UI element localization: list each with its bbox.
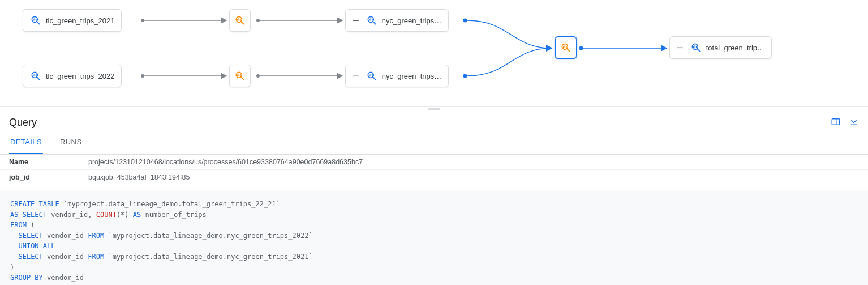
kv-val: projects/123101210468/locations/us/proce… bbox=[79, 155, 868, 170]
bigquery-process-icon bbox=[234, 15, 246, 26]
svg-line-33 bbox=[241, 77, 244, 80]
panel-tabs: DETAILS RUNS bbox=[0, 131, 868, 155]
kv-key: job_id bbox=[0, 170, 79, 185]
node-table-tlc2021[interactable]: tlc_green_trips_2021 bbox=[23, 9, 122, 32]
svg-point-2 bbox=[256, 19, 260, 22]
node-process-merge[interactable] bbox=[555, 36, 577, 59]
node-label: tlc_green_trips_2022 bbox=[46, 72, 114, 80]
svg-line-43 bbox=[567, 49, 570, 52]
node-process-2[interactable] bbox=[229, 65, 251, 87]
node-label: total_green_trip… bbox=[706, 44, 764, 52]
table-row: job_id bquxjob_453ba4af_1843f194f85 bbox=[0, 170, 868, 185]
svg-line-48 bbox=[697, 49, 699, 52]
collapse-icon[interactable]: − bbox=[353, 15, 362, 26]
collapse-icon[interactable]: − bbox=[677, 42, 686, 53]
node-label: nyc_green_trips… bbox=[382, 16, 442, 25]
node-label: tlc_green_trips_2021 bbox=[46, 16, 114, 25]
svg-point-9 bbox=[463, 74, 467, 78]
bigquery-table-icon bbox=[366, 15, 377, 26]
node-process-1[interactable] bbox=[229, 9, 251, 32]
bigquery-table-icon bbox=[30, 70, 41, 82]
bigquery-process-icon bbox=[560, 42, 571, 53]
panel-resize-handle[interactable] bbox=[0, 107, 868, 111]
bigquery-table-icon bbox=[30, 15, 41, 26]
svg-point-6 bbox=[256, 74, 260, 78]
svg-line-18 bbox=[241, 22, 244, 24]
svg-line-28 bbox=[37, 77, 40, 80]
svg-point-0 bbox=[141, 19, 144, 22]
sql-code-block[interactable]: CREATE TABLE `myproject.data_lineage_dem… bbox=[0, 191, 868, 285]
node-table-nyc1[interactable]: − nyc_green_trips… bbox=[345, 9, 449, 32]
node-table-output[interactable]: − total_green_trip… bbox=[669, 36, 772, 59]
collapse-icon[interactable]: − bbox=[353, 70, 362, 82]
collapse-down-icon bbox=[849, 117, 859, 127]
node-label: nyc_green_trips… bbox=[382, 72, 442, 80]
details-table: Name projects/123101210468/locations/us/… bbox=[0, 155, 868, 185]
svg-point-4 bbox=[141, 74, 144, 78]
details-panel: Query DETAILS RUNS Name projects/1231012… bbox=[0, 111, 868, 285]
panel-split-icon bbox=[831, 117, 841, 127]
kv-val: bquxjob_453ba4af_1843f194f85 bbox=[79, 170, 868, 185]
panel-collapse-button[interactable] bbox=[849, 117, 859, 129]
node-table-tlc2022[interactable]: tlc_green_trips_2022 bbox=[23, 65, 122, 87]
svg-line-38 bbox=[372, 77, 375, 80]
svg-point-8 bbox=[463, 19, 467, 23]
svg-line-13 bbox=[37, 22, 40, 24]
panel-layout-button[interactable] bbox=[831, 117, 841, 129]
lineage-canvas[interactable]: tlc_green_trips_2021 − nyc_green_trips… … bbox=[0, 0, 868, 107]
panel-title: Query bbox=[9, 117, 37, 129]
node-table-nyc2[interactable]: − nyc_green_trips… bbox=[345, 65, 449, 87]
bigquery-process-icon bbox=[234, 70, 246, 82]
bigquery-table-icon bbox=[690, 42, 702, 53]
tab-details[interactable]: DETAILS bbox=[9, 131, 43, 154]
kv-key: Name bbox=[0, 155, 79, 170]
svg-line-23 bbox=[372, 22, 375, 24]
svg-point-10 bbox=[579, 46, 583, 50]
tab-runs[interactable]: RUNS bbox=[59, 131, 83, 154]
table-row: Name projects/123101210468/locations/us/… bbox=[0, 155, 868, 170]
bigquery-table-icon bbox=[366, 70, 377, 82]
